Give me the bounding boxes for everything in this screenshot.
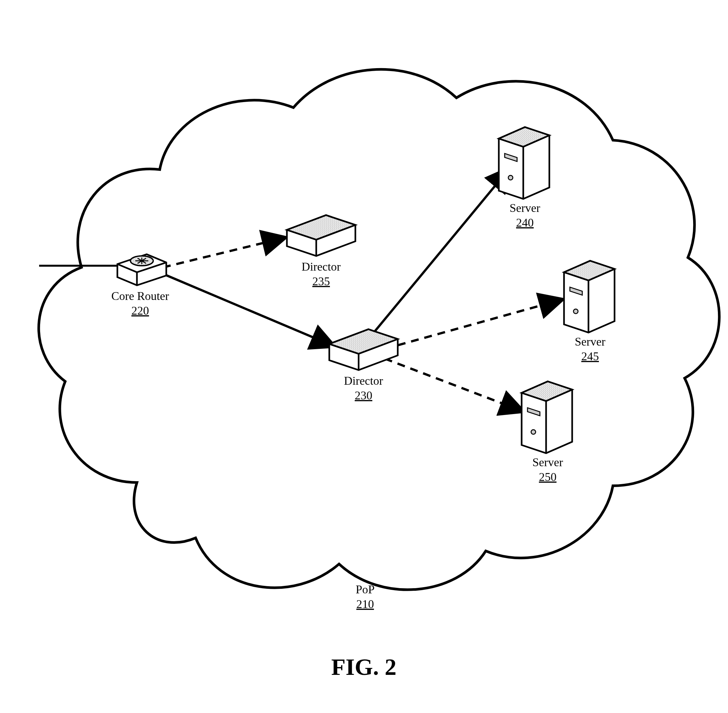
svg-point-10 <box>531 430 536 434</box>
svg-point-8 <box>573 309 578 314</box>
server-245-icon <box>564 261 615 333</box>
server-250-label: Server <box>533 456 563 469</box>
core-router-ref: 220 <box>131 304 149 317</box>
server-250-icon <box>522 382 572 453</box>
server-240-icon <box>499 127 549 199</box>
server-245-ref: 245 <box>581 350 599 363</box>
server-245-label: Server <box>575 335 606 348</box>
edge-director230-to-server240 <box>368 170 509 339</box>
edge-router-to-director230 <box>163 274 333 346</box>
edge-director230-to-server245 <box>385 300 561 349</box>
director-235-label: Director <box>301 260 341 273</box>
core-router-icon <box>117 254 166 285</box>
figure-caption: FIG. 2 <box>331 654 397 680</box>
server-240-label: Server <box>510 201 540 215</box>
diagram-canvas: Core Router 220 Director 235 Director 23… <box>0 0 728 713</box>
edge-router-to-director235 <box>163 238 283 267</box>
cloud-outline <box>39 69 719 590</box>
cloud-ref: 210 <box>357 598 374 611</box>
director-230-ref: 230 <box>355 389 372 402</box>
director-235-ref: 235 <box>312 275 330 288</box>
cloud-label: PoP <box>356 583 374 596</box>
svg-point-6 <box>508 175 513 180</box>
server-250-ref: 250 <box>539 470 556 483</box>
server-240-ref: 240 <box>516 216 534 229</box>
edge-director230-to-server250 <box>385 359 522 411</box>
director-230-label: Director <box>344 374 383 387</box>
director-235-icon <box>287 215 355 256</box>
director-230-icon <box>329 329 398 370</box>
core-router-label: Core Router <box>112 289 169 303</box>
